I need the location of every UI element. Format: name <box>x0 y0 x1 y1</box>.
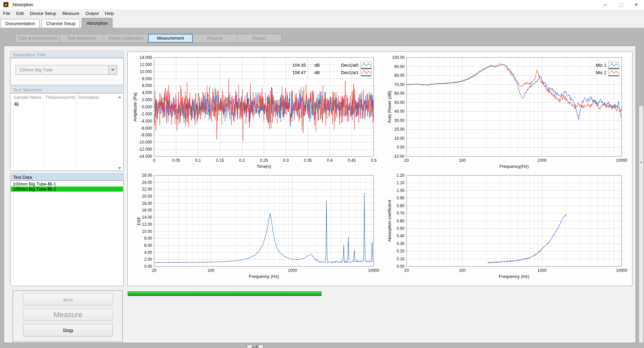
svg-text:Mic 1: Mic 1 <box>596 63 606 68</box>
svg-text:1.20: 1.20 <box>397 173 405 178</box>
taskbar-item[interactable]: 画图 <box>247 345 263 348</box>
svg-text:0.50: 0.50 <box>397 226 405 231</box>
menu-item-file[interactable]: File <box>0 9 13 18</box>
svg-text:40.00: 40.00 <box>394 109 404 114</box>
svg-text:24.00: 24.00 <box>142 180 152 185</box>
svg-text:20.00: 20.00 <box>394 127 404 132</box>
svg-text:Absorption coefficient: Absorption coefficient <box>387 200 392 242</box>
subtab-tube-environment[interactable]: Tube & Environment <box>15 34 60 43</box>
menu-item-help[interactable]: Help <box>102 9 117 18</box>
frf-chart: 26.0024.0022.0020.0018.0016.0014.0012.00… <box>137 173 379 279</box>
svg-text:16.00: 16.00 <box>142 208 152 213</box>
time-waveform-chart: 14.00012.00010.0008.0006.0004.0002.0000.… <box>132 55 377 169</box>
play-icon <box>5 3 7 6</box>
svg-text:0.80: 0.80 <box>397 203 405 208</box>
svg-text:2.00: 2.00 <box>144 257 152 262</box>
svg-text:100: 100 <box>459 158 465 163</box>
subtab-measurement[interactable]: Measurement <box>148 34 193 43</box>
svg-text:1000: 1000 <box>537 158 546 163</box>
svg-text:-8.000: -8.000 <box>141 133 152 137</box>
svg-text:0.00: 0.00 <box>144 264 152 269</box>
tube-select-dropdown[interactable]: 100mm Big Tube <box>16 65 117 75</box>
svg-text:14.00: 14.00 <box>142 215 152 220</box>
progress-bar <box>128 291 321 296</box>
svg-text:Frequency (Hz): Frequency (Hz) <box>249 274 279 279</box>
svg-text:18.00: 18.00 <box>142 201 152 206</box>
test-data-list: 100mm Big Tube-棉-1100mm Big Tube-棉-2 <box>10 180 124 286</box>
chevron-left-icon: < <box>640 160 642 164</box>
svg-text:-4.000: -4.000 <box>141 119 152 124</box>
maximize-icon <box>619 3 623 7</box>
subtab-report[interactable]: Report <box>237 34 282 43</box>
svg-text:0.4: 0.4 <box>327 158 333 163</box>
minimize-button[interactable] <box>597 0 613 9</box>
svg-text:80.00: 80.00 <box>394 73 404 78</box>
svg-text:0.00: 0.00 <box>397 145 405 150</box>
svg-text:0.30: 0.30 <box>397 241 405 246</box>
svg-text:0.00: 0.00 <box>397 264 405 269</box>
svg-text:0.1: 0.1 <box>195 158 201 163</box>
window-title: Absorption <box>12 0 33 9</box>
subtab-test-specimen[interactable]: Test Specimen <box>59 34 104 43</box>
stop-button[interactable]: Stop <box>23 324 113 336</box>
tab-strip: DocumentationChannel SetupAbsorption <box>0 18 644 28</box>
svg-text:Dev1/ai1: Dev1/ai1 <box>341 70 358 75</box>
subtab-process[interactable]: Process <box>192 34 237 43</box>
tab-channel-setup[interactable]: Channel Setup <box>41 19 80 28</box>
svg-text:Amplitude (Pa): Amplitude (Pa) <box>132 92 138 122</box>
table-scroll-down-icon[interactable] <box>118 167 121 169</box>
menu-item-device-setup[interactable]: Device Setup <box>27 9 59 18</box>
svg-text:0.3: 0.3 <box>283 158 289 163</box>
menu-item-output[interactable]: Output <box>82 9 102 18</box>
test-data-header: Test Data <box>10 173 124 180</box>
close-button[interactable]: ✕ <box>628 0 644 9</box>
column-header-discription: Discription <box>78 95 99 100</box>
svg-text:0.45: 0.45 <box>348 158 356 163</box>
svg-text:-12.000: -12.000 <box>138 147 152 152</box>
column-divider <box>77 93 77 171</box>
svg-text:6.00: 6.00 <box>144 243 152 248</box>
menu-item-edit[interactable]: Edit <box>13 9 27 18</box>
svg-text:8.00: 8.00 <box>144 236 152 241</box>
svg-text:1.10: 1.10 <box>397 180 405 185</box>
svg-text:-10.000: -10.000 <box>138 140 152 145</box>
subtab-bar: Tube & EnvironmentTest SpecimenPhase Cal… <box>15 34 282 43</box>
svg-text:60.00: 60.00 <box>394 91 404 96</box>
svg-text:0.5: 0.5 <box>371 158 377 163</box>
svg-text:0.000: 0.000 <box>142 105 152 109</box>
svg-text:26.00: 26.00 <box>142 173 152 178</box>
svg-text:0.2: 0.2 <box>239 158 245 163</box>
svg-text:20.00: 20.00 <box>142 194 152 199</box>
tab-documentation[interactable]: Documentation <box>1 19 40 28</box>
dropdown-arrow-button[interactable] <box>108 65 117 74</box>
svg-text:12.00: 12.00 <box>142 222 152 227</box>
svg-text:0.60: 0.60 <box>397 219 405 223</box>
svg-text:Auto Power (dB): Auto Power (dB) <box>387 91 392 123</box>
measure-button: Measure <box>23 309 113 321</box>
table-scroll-up-icon[interactable] <box>118 96 121 98</box>
svg-text:Dev1/ai0: Dev1/ai0 <box>341 63 358 68</box>
svg-text:10.00: 10.00 <box>142 229 152 234</box>
minimize-icon <box>603 5 607 5</box>
svg-text:50.00: 50.00 <box>394 100 404 105</box>
svg-text:dB: dB <box>314 63 320 68</box>
maximize-button <box>613 0 628 9</box>
svg-text:0: 0 <box>153 158 155 163</box>
collapse-panel-scrollbar[interactable]: < <box>639 106 643 343</box>
menu-item-measure[interactable]: Measure <box>59 9 83 18</box>
svg-text:4.000: 4.000 <box>142 90 152 95</box>
tab-absorption[interactable]: Absorption <box>82 18 112 28</box>
svg-text:-6.000: -6.000 <box>141 126 152 131</box>
test-data-item[interactable]: 100mm Big Tube-棉-2 <box>11 187 123 192</box>
tube-select-value: 100mm Big Tube <box>19 65 53 74</box>
svg-text:12.000: 12.000 <box>140 62 152 67</box>
app-icon <box>3 2 9 7</box>
svg-text:FRF: FRF <box>137 217 142 225</box>
table-row-sample[interactable]: 棉 <box>14 101 19 107</box>
subtab-phase-calibration[interactable]: Phase Calibration <box>104 34 148 43</box>
column-header-sample-name: Sample Name <box>14 95 41 100</box>
test-data-item[interactable]: 100mm Big Tube-棉-1 <box>11 181 123 187</box>
svg-text:4.00: 4.00 <box>144 250 152 255</box>
column-divider <box>43 93 44 171</box>
impedance-tube-header: Impendace Tube <box>10 51 124 58</box>
